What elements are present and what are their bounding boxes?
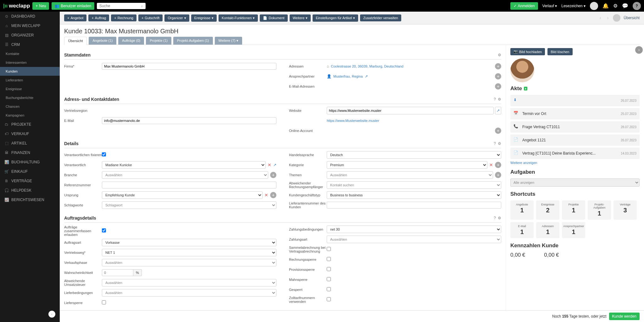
zolltarif-checkbox[interactable] bbox=[327, 297, 331, 301]
search-box[interactable]: ⌕ bbox=[97, 3, 146, 9]
gear-icon[interactable]: ⚙ bbox=[498, 53, 501, 57]
rechnung-button[interactable]: + Rechnung bbox=[111, 14, 136, 21]
akte-item[interactable]: 📄Angebot 112126.07.2023 bbox=[510, 134, 640, 146]
akte-item[interactable]: 📄Vertrag [CT1011] Deine Barista Experien… bbox=[510, 148, 640, 159]
sidebar-lieferanten[interactable]: Lieferanten bbox=[0, 76, 60, 85]
tab-auftraege[interactable]: Aufträge (0) bbox=[118, 37, 144, 45]
email-input[interactable] bbox=[102, 117, 276, 124]
help-icon[interactable]: ? bbox=[494, 141, 496, 146]
chat-icon[interactable]: 💬 bbox=[622, 3, 628, 9]
weitere-button[interactable]: Weitere ▾ bbox=[290, 14, 311, 22]
auftrag-button[interactable]: + Auftrag bbox=[88, 14, 109, 21]
gear-icon[interactable]: ⚙ bbox=[498, 97, 501, 101]
sammel-checkbox[interactable] bbox=[327, 247, 331, 251]
zusatz-button[interactable]: Zusatzfelder verwalten bbox=[360, 14, 401, 21]
nav-next-icon[interactable]: › bbox=[606, 15, 610, 21]
gear-icon[interactable]: ⚙ bbox=[613, 3, 618, 9]
expand-panel-button[interactable]: › bbox=[635, 46, 643, 54]
website-link[interactable]: https://www.Musterwebsite.muster bbox=[327, 119, 379, 123]
sidebar-artikel[interactable]: ⬚ARTIKEL bbox=[0, 139, 60, 148]
sidebar-finanzen[interactable]: 🏛FINANZEN bbox=[0, 148, 60, 157]
sidebar-mein-weclapp[interactable]: ⌂MEIN WECLAPP bbox=[0, 21, 60, 30]
clear-kategorie-icon[interactable]: ✕ bbox=[489, 162, 493, 167]
ext-verantw-icon[interactable]: ↗ bbox=[273, 163, 276, 167]
verkaufsphase-select[interactable]: Auswählen bbox=[102, 259, 276, 266]
help-icon[interactable]: ? bbox=[494, 97, 496, 101]
sidebar-collapse-button[interactable]: ‹ bbox=[48, 311, 55, 318]
weitere-anzeigen-link[interactable]: Weitere anzeigen bbox=[510, 161, 640, 165]
sidebar-interessenten[interactable]: Interessenten bbox=[0, 58, 60, 67]
add-email-button[interactable]: + bbox=[495, 83, 501, 90]
rechsperre-checkbox[interactable] bbox=[327, 257, 331, 261]
provsperre-checkbox[interactable] bbox=[327, 267, 331, 271]
shortcut-tile[interactable]: Angebote1 bbox=[510, 200, 534, 220]
zahlungsbed-select[interactable]: net 30 bbox=[327, 226, 501, 233]
add-branche-button[interactable]: + bbox=[270, 172, 276, 178]
einstellungen-button[interactable]: Einstellungen für Artikel ▾ bbox=[313, 14, 358, 22]
adresse-link[interactable]: Coolestrasse 20, 36039, Marburg, Deutsch… bbox=[331, 64, 403, 68]
sidebar-berichtswesen[interactable]: 📈BERICHTSWESEN bbox=[0, 195, 60, 205]
liefersperre-checkbox[interactable] bbox=[102, 300, 106, 304]
gesperrt-checkbox[interactable] bbox=[327, 287, 331, 291]
nav-prev-icon[interactable]: ‹ bbox=[598, 15, 602, 21]
sidebar-projekte[interactable]: 🗀PROJEKTE bbox=[0, 120, 60, 129]
verantw-select[interactable]: Madiane Kunicke bbox=[102, 161, 266, 169]
mahnsperre-checkbox[interactable] bbox=[327, 277, 331, 281]
schlagworte-select[interactable]: Schlagwort bbox=[102, 201, 276, 209]
new-button[interactable]: +Neu bbox=[32, 2, 49, 10]
search-input[interactable] bbox=[99, 4, 141, 8]
ursprung-select[interactable]: Empfehlung Kunde bbox=[102, 191, 263, 199]
sidebar-buchhaltung[interactable]: 📊BUCHHALTUNG bbox=[0, 157, 60, 167]
geschaeftstyp-select[interactable]: Business to business bbox=[327, 191, 501, 199]
shortcut-tile[interactable]: Ereignisse2 bbox=[536, 200, 559, 220]
kontakt-button[interactable]: Kontakt-Funktionen ▾ bbox=[219, 14, 258, 22]
sidebar-crm[interactable]: ☰CRM bbox=[0, 40, 60, 49]
xls-badge[interactable]: x bbox=[524, 87, 527, 90]
handelssprache-select[interactable]: Deutsch bbox=[327, 151, 501, 159]
sidebar-verkauf[interactable]: 🏷VERKAUF bbox=[0, 129, 60, 139]
tab-weitere[interactable]: Weitere (7) ▾ bbox=[215, 37, 242, 45]
tab-projekte[interactable]: Projekte (1) bbox=[146, 37, 171, 45]
angebot-button[interactable]: + Angebot bbox=[64, 14, 86, 21]
gear-icon[interactable]: ⚙ bbox=[498, 141, 501, 146]
sidebar-kampagnen[interactable]: Kampagnen bbox=[0, 111, 60, 120]
lieferantennr-input[interactable] bbox=[327, 202, 501, 209]
gutschrift-button[interactable]: + Gutschrift bbox=[138, 14, 163, 21]
akte-item[interactable]: 📅Termin vor Ort25.07.2023 bbox=[510, 108, 640, 119]
sidebar-ereignisse[interactable]: Ereignisse bbox=[0, 85, 60, 93]
user-avatar[interactable] bbox=[590, 2, 598, 10]
themen-select[interactable]: Auswählen bbox=[327, 171, 493, 179]
add-kategorie-button[interactable]: + bbox=[495, 162, 501, 168]
add-themen-button[interactable]: + bbox=[495, 172, 501, 178]
firma-input[interactable] bbox=[102, 63, 276, 70]
clear-ursprung-icon[interactable]: ✕ bbox=[264, 193, 268, 198]
shortcut-tile[interactable]: Adressen1 bbox=[536, 222, 559, 238]
ext-link-icon[interactable]: ↗ bbox=[365, 74, 368, 79]
ubersicht-link[interactable]: Übersicht bbox=[624, 16, 640, 20]
auftraege-zus-checkbox[interactable] bbox=[102, 228, 106, 232]
tab-projekt-aufgaben[interactable]: Projekt-Aufgaben (1) bbox=[173, 37, 213, 45]
vertriebsweg-select[interactable]: NET 1 bbox=[102, 249, 276, 256]
nav-circle[interactable] bbox=[613, 14, 620, 22]
wahrsch-input[interactable] bbox=[102, 269, 133, 276]
zahlungsart-select[interactable]: Auswählen bbox=[327, 236, 501, 243]
invite-user-button[interactable]: 👥Benutzer einladen bbox=[52, 2, 94, 10]
abw-rech-select[interactable]: Kontakt suchen bbox=[327, 181, 501, 189]
help-icon[interactable]: ? bbox=[633, 2, 641, 10]
tab-angebote[interactable]: Angebote (1) bbox=[89, 37, 116, 45]
shortcut-tile[interactable]: Projekte1 bbox=[562, 200, 585, 220]
ereignisse-button[interactable]: Ereignisse ▾ bbox=[191, 14, 217, 22]
sidebar-chancen[interactable]: Chancen bbox=[0, 102, 60, 111]
website-ext-icon[interactable]: ↗ bbox=[495, 107, 501, 114]
akte-item[interactable]: ⬇26.07.2023 bbox=[510, 95, 640, 106]
add-adresse-button[interactable]: + bbox=[495, 63, 501, 69]
sidebar-vertraege[interactable]: 🗎VERTRÄGE bbox=[0, 176, 60, 186]
kategorie-select[interactable]: Premium bbox=[327, 161, 487, 169]
verantw-fix-checkbox[interactable] bbox=[102, 152, 106, 156]
kunde-werden-button[interactable]: Kunde werden bbox=[609, 313, 640, 320]
branche-select[interactable]: Auswählen bbox=[102, 171, 268, 179]
bookmarks-link[interactable]: Lesezeichen ▾ bbox=[561, 4, 586, 8]
website-input[interactable] bbox=[327, 107, 494, 114]
add-online-button[interactable]: + bbox=[495, 128, 501, 134]
shortcut-tile[interactable]: Ansprechpartner1 bbox=[562, 222, 585, 238]
